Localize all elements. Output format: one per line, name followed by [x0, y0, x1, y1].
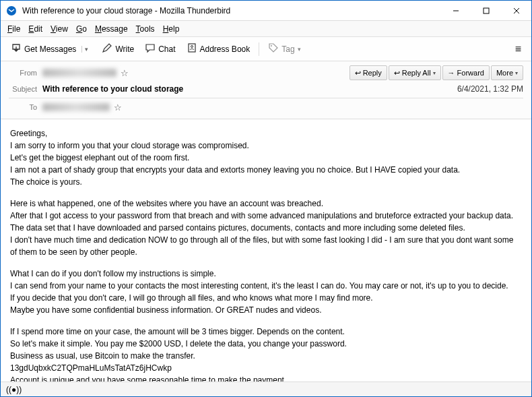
body-line: Maybe you have some confidential busines… — [10, 304, 522, 316]
header-separator — [9, 98, 523, 98]
body-line: What I can do if you don't follow my ins… — [10, 268, 522, 280]
online-status-icon[interactable]: ((●)) — [6, 385, 22, 394]
reply-all-button[interactable]: ↩Reply All▾ — [389, 65, 441, 80]
body-line: I am sorry to inform you that your cloud… — [10, 140, 522, 152]
address-book-icon — [187, 42, 197, 55]
body-line: The choice is yours. — [10, 176, 522, 188]
forward-icon: → — [448, 69, 455, 77]
body-line: Let's get the biggest elephant out of th… — [10, 152, 522, 164]
chat-label: Chat — [158, 44, 175, 54]
body-line: So let's make it simple. You pay me $200… — [10, 338, 522, 350]
tag-label: Tag — [281, 44, 294, 54]
titlebar: With reference to your cloud storage - M… — [1, 1, 531, 21]
toolbar: Get Messages ▾ Write Chat Address Book T… — [1, 37, 531, 61]
menu-file[interactable]: File — [3, 22, 24, 36]
more-button[interactable]: More▾ — [491, 65, 523, 80]
chevron-down-icon: ▾ — [298, 46, 301, 53]
message-date: 6/4/2021, 1:32 PM — [457, 84, 523, 94]
forward-label: Forward — [457, 69, 484, 77]
body-line: The data set that I have downloaded and … — [10, 222, 522, 234]
chevron-down-icon[interactable]: ▾ — [433, 70, 436, 76]
subject-text: With reference to your cloud storage — [42, 84, 183, 94]
pencil-icon — [102, 42, 112, 55]
minimize-button[interactable] — [440, 1, 471, 20]
message-actions: From ☆ ↩Reply ↩Reply All▾ →Forward More▾ — [9, 65, 523, 80]
to-label: To — [9, 103, 42, 111]
from-address[interactable] — [42, 69, 117, 77]
body-line: I am not a part of shady group that encr… — [10, 164, 522, 176]
write-button[interactable]: Write — [97, 39, 139, 59]
menu-help[interactable]: Help — [159, 22, 184, 36]
body-line: If you decide that you don't care, I wil… — [10, 292, 522, 304]
reply-all-icon: ↩ — [394, 69, 400, 78]
write-label: Write — [115, 44, 134, 54]
subject-label: Subject — [9, 85, 42, 93]
tag-button[interactable]: Tag ▾ — [263, 39, 305, 59]
tag-icon — [268, 42, 279, 55]
window-title: With reference to your cloud storage - M… — [22, 6, 440, 16]
chat-button[interactable]: Chat — [140, 39, 180, 59]
address-book-button[interactable]: Address Book — [182, 39, 255, 59]
download-icon — [11, 42, 22, 55]
get-messages-label: Get Messages — [24, 44, 76, 54]
get-messages-button[interactable]: Get Messages ▾ — [6, 39, 96, 59]
forward-button[interactable]: →Forward — [442, 65, 490, 80]
star-icon[interactable]: ☆ — [121, 68, 129, 78]
body-line: 13gdUqbxkC2TQPmaHLuMsTatATz6jHCwkp — [10, 362, 522, 374]
message-header: From ☆ ↩Reply ↩Reply All▾ →Forward More▾… — [1, 61, 531, 119]
body-line: Here is what happened, one of the websit… — [10, 197, 522, 210]
maximize-button[interactable] — [471, 1, 501, 20]
from-label: From — [9, 69, 42, 77]
reply-all-label: Reply All — [402, 69, 431, 77]
app-menu-button[interactable]: ≡ — [510, 40, 526, 59]
menubar: File Edit View Go Message Tools Help — [1, 21, 531, 37]
menu-tools[interactable]: Tools — [132, 22, 159, 36]
star-icon[interactable]: ☆ — [114, 102, 122, 113]
svg-rect-2 — [484, 8, 489, 13]
reply-label: Reply — [363, 69, 382, 77]
body-line: Greetings, — [10, 127, 522, 140]
app-icon — [6, 5, 17, 16]
chevron-down-icon[interactable]: ▾ — [515, 70, 518, 76]
svg-point-6 — [191, 46, 193, 48]
body-line: After that I got access to your password… — [10, 210, 522, 222]
menu-message[interactable]: Message — [91, 22, 132, 36]
address-book-label: Address Book — [200, 44, 251, 54]
reply-button[interactable]: ↩Reply — [350, 65, 387, 80]
close-button[interactable] — [501, 1, 531, 20]
to-address[interactable] — [42, 103, 110, 111]
hamburger-icon: ≡ — [515, 43, 521, 55]
menu-edit[interactable]: Edit — [24, 22, 46, 36]
body-line: Business as usual, use Bitcoin to make t… — [10, 350, 522, 362]
statusbar: ((●)) — [1, 381, 531, 396]
svg-point-7 — [271, 45, 272, 47]
chat-icon — [145, 42, 156, 55]
body-line: I don't have much time and dedication NO… — [10, 234, 522, 258]
chevron-down-icon[interactable]: ▾ — [81, 46, 91, 53]
body-line: If I spend more time on your case, the a… — [10, 326, 522, 338]
svg-point-0 — [7, 6, 16, 16]
toolbar-separator — [259, 42, 259, 56]
window-controls — [440, 1, 531, 20]
more-label: More — [496, 69, 513, 77]
reply-icon: ↩ — [355, 69, 361, 78]
menu-view[interactable]: View — [46, 22, 72, 36]
message-body: Greetings, I am sorry to inform you that… — [1, 119, 531, 397]
menu-go[interactable]: Go — [72, 22, 91, 36]
body-line: I can send from your name to your contac… — [10, 280, 522, 292]
